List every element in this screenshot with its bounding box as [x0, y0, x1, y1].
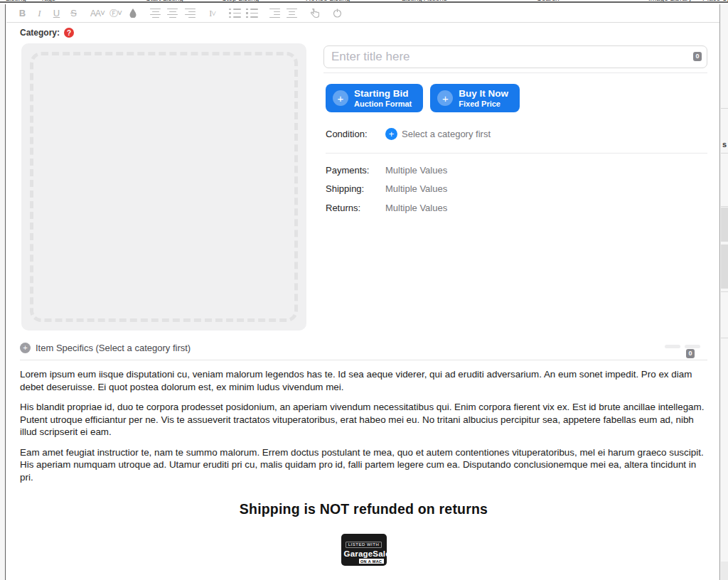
inspector-divider	[721, 153, 728, 154]
strikethrough-icon[interactable]: S	[68, 5, 80, 22]
timer-power-icon[interactable]	[331, 9, 343, 18]
specifics-handle-dash	[665, 345, 680, 348]
add-buy-it-now-button[interactable]: + Buy It Now Fixed Price	[430, 84, 520, 112]
description-paragraph: His blandit propriae id, duo te corpora …	[20, 401, 707, 439]
numbered-list-icon[interactable]	[246, 9, 258, 18]
line-spacing-icon[interactable]: I˅	[206, 5, 218, 22]
title-field-wrap: 0	[323, 45, 707, 68]
divider	[20, 360, 707, 360]
item-specifics-header[interactable]: + Item Specifics (Select a category firs…	[20, 343, 191, 353]
font-picker-icon[interactable]: Ⓕ˅	[109, 5, 122, 22]
shipping-value[interactable]: Multiple Values	[385, 183, 447, 194]
add-starting-bid-button[interactable]: + Starting Bid Auction Format	[326, 84, 423, 112]
payments-label: Payments:	[326, 165, 385, 176]
image-drop-zone[interactable]	[21, 43, 306, 331]
description-editor[interactable]: Lorem ipsum eum iisque disputationi cu, …	[20, 368, 707, 566]
price-buttons: + Starting Bid Auction Format + Buy It N…	[326, 84, 520, 112]
garagesale-badge-bottom: ON A MAC	[359, 559, 384, 564]
bullet-list-icon[interactable]	[229, 9, 241, 18]
toolbar-label-listing-actions[interactable]: Listing Actions	[402, 0, 447, 2]
returns-value[interactable]: Multiple Values	[385, 203, 447, 213]
toolbar-label-revise-listing[interactable]: Revise Listing	[306, 0, 350, 2]
align-center-icon[interactable]	[166, 9, 178, 18]
shipping-label: Shipping:	[326, 183, 385, 194]
toolbar-label-start-listing[interactable]: Start Listing	[146, 0, 183, 2]
description-heading: Shipping is NOT refunded on returns	[20, 501, 707, 517]
divider	[326, 153, 707, 154]
condition-label: Condition:	[326, 129, 385, 139]
left-panel-edge	[0, 4, 6, 580]
align-right-icon[interactable]	[183, 9, 196, 18]
description-paragraph: Lorem ipsum eum iisque disputationi cu, …	[20, 368, 707, 393]
inspector-button-edge[interactable]	[721, 208, 728, 242]
starting-bid-subtitle: Auction Format	[354, 100, 412, 109]
item-specifics-counter: 0	[686, 349, 695, 358]
inspector-divider	[721, 206, 728, 207]
payments-value[interactable]: Multiple Values	[385, 165, 447, 176]
garagesale-badge: LISTED WITH GarageSale ON A MAC	[341, 534, 387, 566]
plus-icon: +	[437, 90, 453, 106]
add-item-specifics-icon[interactable]: +	[20, 343, 31, 353]
condition-value[interactable]: Select a category first	[402, 129, 491, 139]
text-color-icon[interactable]	[127, 9, 139, 18]
garagesale-badge-top: LISTED WITH	[346, 542, 382, 548]
indent-increase-icon[interactable]	[269, 9, 281, 18]
item-specifics-label: Item Specifics (Select a category first)	[36, 343, 191, 353]
category-row[interactable]: Category: ?	[20, 28, 74, 38]
listing-editor: B I U S AA˅ Ⓕ˅ I˅ Catego	[6, 4, 719, 580]
starting-bid-title: Starting Bid	[354, 88, 412, 100]
category-label: Category:	[20, 28, 60, 38]
main-toolbar-cropped: Listing Tags Start Listing Stop Listing …	[0, 0, 728, 3]
buy-it-now-title: Buy It Now	[459, 88, 508, 100]
align-left-icon[interactable]	[149, 9, 161, 18]
italic-icon[interactable]: I	[33, 5, 46, 22]
title-char-counter: 0	[693, 52, 702, 61]
condition-row: Condition: + Select a category first	[326, 128, 491, 140]
plus-icon: +	[333, 90, 348, 106]
inspector-divider	[721, 338, 728, 338]
description-paragraph: Eam amet feugiat instructior te, nam te …	[20, 446, 707, 484]
toolbar-label-tags[interactable]: Tags	[41, 0, 55, 2]
buy-it-now-subtitle: Fixed Price	[459, 100, 508, 109]
specifics-handle-dash	[685, 345, 700, 348]
divider	[323, 72, 707, 73]
add-condition-icon[interactable]: +	[385, 128, 397, 140]
payments-row: Payments: Multiple Values	[326, 165, 447, 176]
garagesale-badge-logo: GarageSale	[344, 549, 384, 558]
toolbar-label-stop-listing[interactable]: Stop Listing	[222, 0, 259, 2]
returns-row: Returns: Multiple Values	[326, 203, 447, 213]
toolbar-label-search[interactable]: Search	[537, 0, 560, 2]
inspector-footer-edge	[721, 562, 728, 580]
toolbar-label-listing[interactable]: Listing	[6, 0, 26, 2]
title-input[interactable]	[323, 45, 707, 68]
inspector-partial-label: s	[722, 140, 727, 149]
toolbar-label-place-up[interactable]: Place Up	[702, 0, 728, 2]
bold-icon[interactable]: B	[16, 5, 28, 22]
pointer-hand-icon[interactable]	[309, 9, 321, 18]
inspector-panel-edge: s	[719, 4, 728, 580]
format-toolbar: B I U S AA˅ Ⓕ˅ I˅	[6, 4, 719, 23]
inspector-divider	[721, 108, 728, 109]
indent-decrease-icon[interactable]	[286, 9, 298, 18]
returns-label: Returns:	[326, 203, 385, 213]
inspector-button-edge[interactable]	[721, 245, 728, 289]
text-size-icon[interactable]: AA˅	[90, 5, 105, 22]
shipping-row: Shipping: Multiple Values	[326, 183, 447, 194]
inspector-divider	[721, 291, 728, 292]
category-missing-icon[interactable]: ?	[64, 28, 74, 38]
toolbar-label-image-library[interactable]: Image Library	[648, 0, 692, 2]
underline-icon[interactable]: U	[50, 5, 63, 22]
